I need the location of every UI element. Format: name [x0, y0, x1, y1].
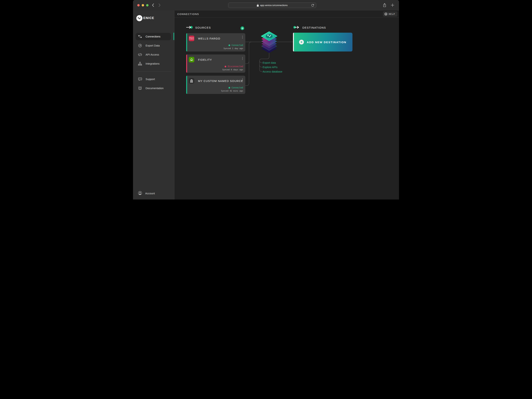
connections-canvas: SOURCES WELLS FARGO WELLS FARGO: [174, 18, 399, 199]
card-menu-button[interactable]: [242, 36, 243, 39]
back-button[interactable]: [152, 3, 155, 7]
status-dot: [225, 66, 226, 67]
bank-icon: [189, 78, 194, 84]
card-menu-button[interactable]: [242, 57, 243, 60]
sidebar-item-label: API Access: [146, 53, 159, 56]
help-label: HELP: [389, 13, 395, 15]
account-button[interactable]: Account: [136, 191, 155, 196]
status-badge: Connected: [228, 86, 243, 89]
plus-icon: +: [299, 40, 304, 44]
source-name: MY CUSTOM NAMED SOURCE: [198, 79, 243, 82]
fidelity-logo: [189, 57, 194, 62]
sidebar-item-label: Integrations: [146, 62, 160, 65]
account-icon: [138, 191, 142, 196]
status-badge: Connected: [228, 44, 243, 47]
chat-bubble-icon: [138, 77, 142, 81]
destinations-label-text: DESTINATIONS: [302, 26, 326, 29]
add-destination-label: ADD NEW DESTINATION: [307, 41, 346, 44]
swap-arrows-icon: [138, 35, 142, 38]
window-controls: [137, 4, 149, 6]
synced-text: Synced 6 days ago: [222, 68, 243, 71]
explore-apis-link[interactable]: Explore APIs: [263, 66, 278, 69]
access-database-link[interactable]: Access database: [263, 70, 282, 73]
card-menu-button[interactable]: [242, 78, 243, 81]
arrow-into-dot-icon: [186, 26, 193, 29]
dest-card-edge: [293, 33, 294, 51]
sources-section-label: SOURCES: [186, 26, 211, 29]
sidebar-divider: [136, 71, 171, 72]
venice-logo: ENICE: [136, 15, 174, 21]
sources-label-text: SOURCES: [195, 26, 211, 29]
export-data-link[interactable]: Export data: [263, 61, 276, 64]
url-text: app.venice.is/connections: [260, 4, 288, 7]
export-circle-icon: [138, 43, 142, 48]
add-destination-card[interactable]: + ADD NEW DESTINATION: [293, 33, 352, 51]
help-button[interactable]: ? HELP: [383, 12, 398, 17]
reload-icon[interactable]: [311, 4, 314, 8]
browser-window: app.venice.is/connections: [133, 0, 399, 199]
forward-button[interactable]: [158, 3, 161, 7]
sidebar-item-documentation[interactable]: Documentation: [136, 85, 171, 92]
source-name: FIDELITY: [198, 58, 212, 61]
add-source-button[interactable]: [241, 26, 244, 30]
hierarchy-icon: [138, 62, 142, 66]
main-panel: CONNECTIONS ? HELP: [174, 11, 399, 199]
sidebar-item-export-data[interactable]: Export Data: [136, 42, 171, 49]
close-window-button[interactable]: [137, 4, 140, 6]
page-title: CONNECTIONS: [177, 13, 199, 16]
source-name: WELLS FARGO: [198, 37, 220, 40]
status-accent-bar: [186, 55, 187, 73]
venice-stack-illustration: [261, 31, 278, 53]
sidebar-item-label: Documentation: [146, 87, 164, 90]
lock-icon: [257, 4, 259, 7]
synced-text: Synced 1 day ago: [223, 47, 243, 50]
synced-text: Synced 42 mins ago: [221, 90, 243, 92]
minimize-window-button[interactable]: [142, 4, 144, 6]
source-card-fidelity[interactable]: FIDELITY Disconnected Synced 6 days ago: [186, 55, 245, 73]
source-card-wells-fargo[interactable]: WELLS FARGO WELLS FARGO Connected Synced…: [186, 33, 245, 51]
address-bar[interactable]: app.venice.is/connections: [228, 3, 316, 8]
code-icon: [138, 53, 142, 56]
status-dot: [228, 44, 230, 46]
new-tab-icon[interactable]: [391, 3, 395, 8]
sidebar-item-label: Export Data: [146, 44, 160, 47]
browser-chrome: app.venice.is/connections: [133, 0, 399, 11]
sidebar-item-label: Connections: [146, 35, 160, 38]
status-accent-bar: [186, 33, 187, 51]
account-label: Account: [145, 192, 155, 195]
destinations-section-label: DESTINATIONS: [293, 26, 326, 29]
share-icon[interactable]: [383, 3, 386, 8]
sidebar-item-api-access[interactable]: API Access: [136, 51, 171, 58]
status-dot: [228, 87, 230, 89]
sidebar-item-label: Support: [146, 78, 155, 81]
question-mark-icon: ?: [384, 12, 387, 16]
sidebar-item-integrations[interactable]: Integrations: [136, 60, 171, 67]
page-header: CONNECTIONS ? HELP: [174, 11, 399, 18]
open-book-icon: [138, 86, 142, 90]
wells-fargo-logo: WELLS FARGO: [189, 36, 194, 41]
dot-arrow-icon: [293, 26, 300, 29]
source-card-custom[interactable]: MY CUSTOM NAMED SOURCE Connected Synced …: [186, 76, 245, 94]
venice-logo-icon: [136, 15, 142, 21]
status-accent-bar: [186, 76, 187, 94]
venice-logo-text: ENICE: [143, 16, 154, 20]
status-badge: Disconnected: [225, 65, 243, 68]
sidebar: ENICE Connections Export Data: [133, 11, 174, 199]
active-nav-indicator: [173, 33, 174, 40]
sidebar-item-connections[interactable]: Connections: [136, 33, 171, 40]
sidebar-item-support[interactable]: Support: [136, 75, 171, 83]
zoom-window-button[interactable]: [146, 4, 149, 6]
